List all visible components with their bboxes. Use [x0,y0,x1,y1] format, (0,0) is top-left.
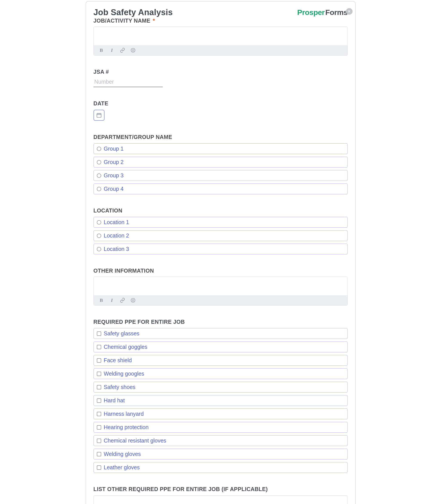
page-root: × Job Safety Analysis Prosper Forms JOB/… [0,1,441,504]
other-ppe-input[interactable] [94,495,348,504]
jsa-number-input[interactable] [94,77,163,87]
radio-icon [97,187,101,191]
checkbox-icon [97,412,101,416]
location-option-label: Location 3 [104,246,129,252]
emoji-icon [131,298,135,303]
checkbox-icon [97,465,101,470]
checkbox-icon [97,425,101,430]
header-row: Job Safety Analysis Prosper Forms [94,8,348,17]
jsa-number-wrap [94,77,348,87]
radio-icon [97,160,101,164]
required-star-icon: * [153,17,155,24]
brand-part-1: Prosper [297,8,325,17]
brand-logo: Prosper Forms [297,8,347,17]
close-icon: × [348,9,350,14]
close-button[interactable]: × [346,8,353,15]
job-name-input[interactable] [94,27,347,45]
bold-button[interactable]: B [99,298,104,303]
radio-icon [97,247,101,251]
checkbox-icon [97,398,101,403]
label-jsa-number: JSA # [94,69,348,75]
brand-part-2: Forms [325,8,347,17]
checkbox-icon [97,372,101,376]
checkbox-icon [97,439,101,443]
ppe-option[interactable]: Welding googles [94,368,348,379]
link-button[interactable] [120,47,125,53]
italic-button[interactable]: I [109,298,115,303]
radio-icon [97,147,101,151]
label-other-ppe: LIST OTHER REQUIRED PPE FOR ENTIRE JOB (… [94,486,348,492]
other-info-editor: B I [94,277,348,306]
ppe-option[interactable]: Safety glasses [94,328,348,339]
department-option[interactable]: Group 3 [94,170,348,181]
department-option[interactable]: Group 2 [94,157,348,168]
department-option[interactable]: Group 1 [94,143,348,154]
checkbox-icon [97,345,101,349]
date-picker-button[interactable] [94,110,105,121]
radio-icon [97,173,101,178]
form-panel: × Job Safety Analysis Prosper Forms JOB/… [86,1,356,504]
label-job-name-text: JOB/ACTIVITY NAME [94,17,150,24]
ppe-option-label: Chemical resistant gloves [104,438,166,444]
job-name-editor: B I [94,27,348,56]
ppe-option-label: Welding googles [104,371,144,377]
checkbox-icon [97,452,101,456]
link-icon [120,298,125,303]
ppe-option[interactable]: Chemical goggles [94,342,348,352]
location-option-label: Location 1 [104,219,129,225]
ppe-option[interactable]: Hard hat [94,395,348,406]
department-option-label: Group 3 [104,172,124,179]
label-department: DEPARTMENT/GROUP NAME [94,134,348,140]
location-option[interactable]: Location 2 [94,230,348,241]
radio-icon [97,220,101,225]
label-date: DATE [94,100,348,107]
svg-point-7 [131,298,135,302]
italic-button[interactable]: I [109,47,115,53]
ppe-option[interactable]: Hearing protection [94,422,348,433]
emoji-icon [131,48,135,53]
location-options: Location 1Location 2Location 3 [94,217,348,254]
department-options: Group 1Group 2Group 3Group 4 [94,143,348,194]
calendar-icon [96,112,102,118]
form-title: Job Safety Analysis [94,8,173,17]
emoji-button[interactable] [130,47,136,53]
ppe-option[interactable]: Leather gloves [94,462,348,473]
ppe-option-label: Welding gloves [104,451,141,457]
ppe-option-label: Hard hat [104,397,125,404]
label-ppe: REQUIRED PPE FOR ENTIRE JOB [94,319,348,325]
ppe-option-label: Face shield [104,357,132,363]
ppe-option[interactable]: Harness lanyard [94,409,348,419]
checkbox-icon [97,385,101,389]
link-button[interactable] [120,298,125,303]
other-info-input[interactable] [94,277,347,295]
location-option[interactable]: Location 3 [94,244,348,254]
location-option-label: Location 2 [104,233,129,239]
ppe-option-label: Safety glasses [104,330,140,337]
department-option-label: Group 4 [104,186,124,192]
ppe-option-label: Safety shoes [104,384,136,390]
radio-icon [97,234,101,238]
ppe-option-label: Leather gloves [104,464,140,471]
department-option[interactable]: Group 4 [94,184,348,194]
ppe-option-label: Chemical goggles [104,344,147,350]
ppe-option[interactable]: Face shield [94,355,348,366]
link-icon [120,48,125,53]
other-info-toolbar: B I [94,295,347,305]
ppe-option-label: Hearing protection [104,424,149,430]
ppe-option[interactable]: Welding gloves [94,449,348,459]
ppe-option[interactable]: Chemical resistant gloves [94,435,348,446]
ppe-options: Safety glassesChemical gogglesFace shiel… [94,328,348,473]
svg-point-0 [131,48,135,52]
bold-button[interactable]: B [99,47,104,53]
ppe-option-label: Harness lanyard [104,411,144,417]
checkbox-icon [97,331,101,336]
department-option-label: Group 2 [104,159,124,165]
location-option[interactable]: Location 1 [94,217,348,228]
checkbox-icon [97,358,101,363]
label-other-info: OTHER INFORMATION [94,268,348,274]
label-job-name: JOB/ACTIVITY NAME * [94,17,348,24]
ppe-option[interactable]: Safety shoes [94,382,348,393]
svg-rect-3 [97,113,101,117]
emoji-button[interactable] [130,298,136,303]
department-option-label: Group 1 [104,145,124,152]
